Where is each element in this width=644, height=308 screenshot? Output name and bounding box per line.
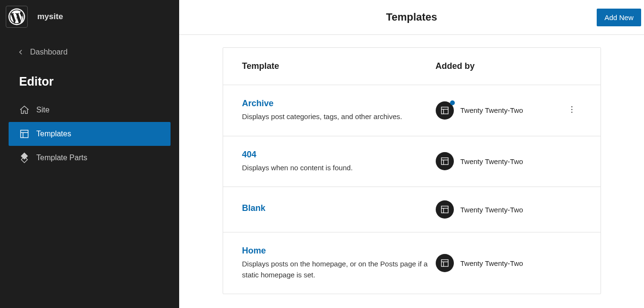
nav-item-label: Site [36, 106, 50, 114]
editor-section-title: Editor [0, 65, 179, 98]
customized-indicator-dot [450, 100, 455, 105]
nav-item-template-parts[interactable]: Template Parts [9, 146, 171, 170]
svg-rect-16 [441, 206, 448, 213]
table-header-row: Template Added by [223, 48, 601, 85]
sidebar: mysite Dashboard Editor Site Templates [0, 0, 179, 308]
template-name-link[interactable]: Home [242, 246, 436, 256]
layout-icon [19, 129, 30, 139]
svg-rect-2 [21, 130, 28, 138]
added-by-cell: Twenty Twenty-Two [436, 200, 562, 219]
template-name-link[interactable]: Blank [242, 203, 436, 213]
site-header[interactable]: mysite [0, 0, 179, 33]
nav-item-label: Template Parts [36, 154, 87, 162]
added-by-cell: Twenty Twenty-Two [436, 152, 562, 170]
site-title: mysite [37, 12, 63, 22]
nav-item-templates[interactable]: Templates [9, 122, 171, 146]
back-to-dashboard-link[interactable]: Dashboard [0, 33, 179, 65]
svg-rect-19 [441, 260, 448, 266]
page-header: Templates Add New [179, 0, 644, 35]
template-name-link[interactable]: 404 [242, 150, 436, 160]
nav-item-label: Templates [36, 130, 71, 138]
template-description: Displays when no content is found. [242, 163, 436, 174]
layout-icon [440, 258, 450, 268]
chevron-left-icon [17, 48, 24, 56]
layout-icon [440, 156, 450, 166]
add-new-button[interactable]: Add New [597, 9, 641, 26]
wordpress-logo-icon [6, 6, 28, 28]
table-row: BlankTwenty Twenty-Two [223, 187, 601, 232]
table-body: ArchiveDisplays post categories, tags, a… [223, 85, 601, 294]
theme-name: Twenty Twenty-Two [461, 206, 523, 214]
column-header-added-by: Added by [436, 61, 562, 71]
content-area: Template Added by ArchiveDisplays post c… [179, 35, 644, 308]
theme-name: Twenty Twenty-Two [461, 157, 523, 165]
theme-name: Twenty Twenty-Two [461, 106, 523, 114]
svg-rect-13 [441, 158, 448, 165]
added-by-cell: Twenty Twenty-Two [436, 101, 562, 120]
table-row: 404Displays when no content is found.Twe… [223, 136, 601, 187]
editor-nav: Site Templates Template Parts [0, 98, 179, 170]
svg-point-12 [571, 111, 572, 113]
svg-point-11 [571, 109, 572, 110]
back-link-label: Dashboard [30, 48, 67, 56]
more-vertical-icon [567, 105, 577, 114]
table-row: HomeDisplays posts on the homepage, or o… [223, 232, 601, 294]
theme-name: Twenty Twenty-Two [461, 259, 523, 267]
row-actions-button[interactable] [567, 105, 577, 116]
svg-rect-7 [441, 107, 448, 114]
home-icon [19, 105, 30, 115]
template-description: Displays post categories, tags, and othe… [242, 111, 436, 122]
nav-item-site[interactable]: Site [9, 98, 171, 122]
theme-icon [436, 101, 454, 120]
page-title: Templates [386, 11, 437, 23]
layout-icon [440, 205, 450, 214]
added-by-cell: Twenty Twenty-Two [436, 254, 562, 272]
svg-point-10 [571, 106, 572, 108]
theme-icon [436, 254, 454, 272]
table-row: ArchiveDisplays post categories, tags, a… [223, 85, 601, 136]
template-description: Displays posts on the homepage, or on th… [242, 259, 436, 280]
template-name-link[interactable]: Archive [242, 99, 436, 109]
templates-table: Template Added by ArchiveDisplays post c… [223, 47, 601, 294]
theme-icon [436, 152, 454, 170]
template-parts-icon [19, 153, 30, 163]
main-content: Templates Add New Template Added by Arch… [179, 0, 644, 308]
layout-icon [440, 106, 450, 115]
theme-icon [436, 200, 454, 219]
column-header-template: Template [242, 61, 436, 71]
